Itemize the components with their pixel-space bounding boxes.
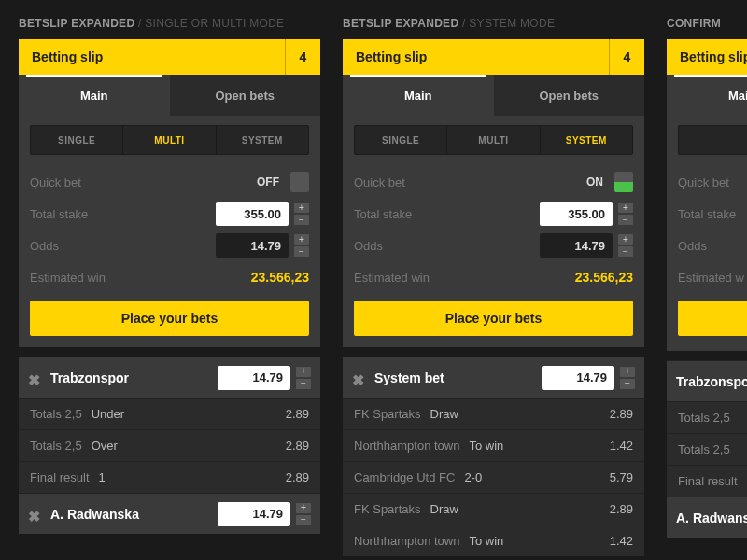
header-title: Betting slip bbox=[667, 39, 747, 75]
remove-bet-icon[interactable]: ✖ bbox=[28, 508, 41, 521]
bet-line-market: FK Spartaks bbox=[354, 407, 421, 421]
bet-line-market: Cambridge Utd FC bbox=[354, 470, 455, 484]
odds-increment-button[interactable]: + bbox=[618, 234, 633, 245]
mode-single[interactable]: SINGLE bbox=[679, 126, 747, 154]
bets-list: TrabzonsporTotals 2,5Totals 2,5Final res… bbox=[667, 360, 747, 538]
odds-stepper: +− bbox=[294, 234, 309, 257]
mode-multi[interactable]: MULTI bbox=[123, 126, 216, 154]
bet-line-pick: Over bbox=[92, 439, 286, 453]
bet-increment-button[interactable]: + bbox=[296, 503, 311, 513]
panel-title-main: BETSLIP EXPANDED bbox=[343, 17, 458, 30]
odds-label: Odds bbox=[354, 239, 540, 253]
remove-bet-icon[interactable]: ✖ bbox=[28, 371, 41, 385]
odds-label: Odds bbox=[30, 239, 216, 253]
odds-row: Odds+− bbox=[30, 230, 309, 261]
panel-title-sub: / SYSTEM MODE bbox=[458, 17, 555, 30]
bet-line[interactable]: Final result12.89 bbox=[19, 461, 320, 493]
estimated-row: Estimated win23.566,23 bbox=[30, 261, 309, 293]
bet-increment-button[interactable]: + bbox=[620, 367, 635, 377]
bet-line-market: Northhampton town bbox=[354, 534, 459, 548]
bet-increment-button[interactable]: + bbox=[296, 367, 311, 377]
odds-input[interactable] bbox=[540, 233, 613, 258]
betslip-panel: BETSLIP EXPANDED / SYSTEM MODEBetting sl… bbox=[343, 17, 644, 556]
remove-bet-icon[interactable]: ✖ bbox=[352, 371, 365, 385]
bet-stake-input[interactable] bbox=[218, 502, 290, 526]
tab-open-bets[interactable]: Open bets bbox=[170, 75, 321, 116]
bet-line[interactable]: FK SpartaksDraw2.89 bbox=[343, 493, 644, 525]
bet-header: ✖System bet+− bbox=[343, 357, 644, 398]
bet-line[interactable]: FK SpartaksDraw2.89 bbox=[343, 398, 644, 429]
place-bets-button[interactable] bbox=[678, 301, 747, 336]
estimated-value: 23.566,23 bbox=[575, 270, 633, 285]
stake-row: Total stake+− bbox=[30, 198, 309, 230]
stake-stepper: +− bbox=[618, 203, 633, 225]
tab-main[interactable]: Main bbox=[343, 75, 494, 116]
odds-decrement-button[interactable]: − bbox=[294, 246, 309, 257]
stake-label: Total stake bbox=[354, 207, 540, 221]
bet-stepper: +− bbox=[620, 367, 635, 389]
estimated-label: Estimated w bbox=[678, 271, 747, 285]
odds-increment-button[interactable]: + bbox=[294, 234, 309, 245]
mode-multi[interactable]: MULTI bbox=[447, 126, 540, 154]
bet-name: A. Radwanska bbox=[50, 507, 218, 522]
bet-stake-input[interactable] bbox=[218, 366, 290, 390]
bet-line[interactable]: Totals 2,5 bbox=[667, 401, 747, 433]
bet-stepper: +− bbox=[296, 503, 311, 525]
tab-open-bets[interactable]: Open bets bbox=[494, 75, 645, 116]
bet-line-market: Final result bbox=[678, 474, 738, 488]
place-bets-button[interactable]: Place your bets bbox=[354, 301, 633, 336]
stake-input[interactable] bbox=[540, 202, 613, 226]
bet-decrement-button[interactable]: − bbox=[296, 515, 311, 525]
panel-title-main: CONFIRM bbox=[667, 17, 721, 30]
odds-input[interactable] bbox=[216, 233, 289, 258]
bet-line-pick: To win bbox=[469, 534, 609, 548]
tab-main[interactable]: Main bbox=[19, 75, 170, 116]
quick-bet-toggle[interactable] bbox=[614, 172, 633, 192]
odds-stepper: +− bbox=[618, 234, 633, 257]
bet-line-market: FK Spartaks bbox=[354, 502, 421, 516]
mode-system[interactable]: SYSTEM bbox=[541, 126, 632, 154]
bet-count-badge: 4 bbox=[609, 39, 644, 75]
header-title: Betting slip bbox=[19, 39, 285, 75]
bets-list: ✖System bet+−FK SpartaksDraw2.89Northham… bbox=[343, 357, 644, 556]
header-title: Betting slip bbox=[343, 39, 609, 75]
tabs: MainOpen bets bbox=[343, 75, 644, 116]
bet-stake-input[interactable] bbox=[542, 366, 614, 390]
odds-decrement-button[interactable]: − bbox=[618, 246, 633, 257]
bet-line-odds: 2.89 bbox=[286, 407, 309, 421]
mode-single[interactable]: SINGLE bbox=[31, 126, 123, 154]
stake-input[interactable] bbox=[216, 202, 289, 226]
bet-name: Trabzonspor bbox=[50, 371, 218, 385]
bet-line[interactable]: Totals 2,5 bbox=[667, 433, 747, 465]
odds-row: Odds+− bbox=[354, 230, 633, 261]
place-bets-button[interactable]: Place your bets bbox=[30, 301, 309, 336]
stake-increment-button[interactable]: + bbox=[294, 203, 309, 213]
stake-decrement-button[interactable]: − bbox=[294, 215, 309, 225]
quick-bet-state: OFF bbox=[257, 175, 279, 189]
bet-decrement-button[interactable]: − bbox=[296, 379, 311, 389]
mode-single[interactable]: SINGLE bbox=[355, 126, 447, 154]
bet-line-odds: 2.89 bbox=[286, 439, 309, 453]
bet-line-odds: 1.42 bbox=[610, 439, 633, 453]
bet-line[interactable]: Northhampton townTo win1.42 bbox=[343, 525, 644, 556]
bet-line[interactable]: Final result1 bbox=[667, 465, 747, 497]
bet-line[interactable]: Totals 2,5Over2.89 bbox=[19, 429, 320, 461]
panel-title-sub: / SINGLE OR MULTI MODE bbox=[134, 17, 284, 30]
mode-system[interactable]: SYSTEM bbox=[217, 126, 308, 154]
tab-main[interactable]: Main bbox=[667, 75, 747, 116]
stake-label: Total stake bbox=[678, 207, 747, 221]
bet-line[interactable]: Totals 2,5Under2.89 bbox=[19, 398, 320, 429]
bet-line[interactable]: Cambridge Utd FC2-05.79 bbox=[343, 461, 644, 493]
stake-increment-button[interactable]: + bbox=[618, 203, 633, 213]
mode-selector: SINGLE bbox=[678, 125, 747, 155]
bet-line-pick: Under bbox=[92, 407, 286, 421]
quick-bet-toggle[interactable] bbox=[290, 172, 309, 192]
bet-line-odds: 1.42 bbox=[610, 534, 633, 548]
bet-decrement-button[interactable]: − bbox=[620, 379, 635, 389]
bet-name: A. Radwanska bbox=[676, 511, 747, 525]
bet-count-badge: 4 bbox=[285, 39, 320, 75]
stake-decrement-button[interactable]: − bbox=[618, 215, 633, 225]
bet-line[interactable]: Northhampton townTo win1.42 bbox=[343, 429, 644, 461]
bet-name: Trabzonspor bbox=[676, 374, 747, 389]
panel-title: CONFIRM bbox=[667, 17, 747, 30]
